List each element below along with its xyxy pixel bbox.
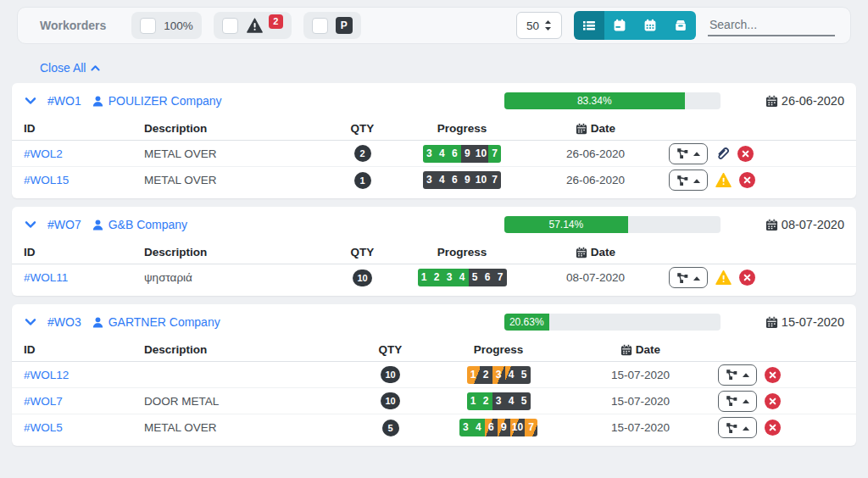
- progress-step[interactable]: 3: [459, 419, 472, 436]
- progress-step[interactable]: 6: [448, 145, 461, 163]
- progress-step[interactable]: 10: [474, 145, 488, 163]
- workorder-date: 08-07-2020: [753, 218, 844, 231]
- company-name: POULIZER Company: [108, 94, 222, 108]
- filter-parked-checkbox[interactable]: [312, 18, 328, 34]
- progress-step[interactable]: 3: [443, 269, 456, 286]
- progress-step[interactable]: 9: [461, 145, 474, 163]
- progress-step[interactable]: 6: [448, 171, 461, 189]
- progress-step[interactable]: 4: [436, 171, 448, 189]
- chevron-down-icon[interactable]: [24, 94, 37, 108]
- workorder-link[interactable]: #WO1: [47, 94, 81, 108]
- workorder-card: #WO7 G&B Company 57.14% 08-07-2020 ID De…: [12, 207, 856, 296]
- filter-parked-group: P: [303, 12, 361, 39]
- workflow-dropdown-button[interactable]: [669, 143, 708, 164]
- progress-label: 20.63%: [509, 316, 544, 328]
- chevron-up-icon: [90, 63, 101, 74]
- progress-step[interactable]: 3: [423, 145, 436, 163]
- progress-step[interactable]: 3: [423, 171, 436, 189]
- view-calendar-day-button[interactable]: [604, 11, 635, 40]
- progress-step[interactable]: 10: [510, 419, 525, 436]
- row-date: 26-06-2020: [526, 174, 665, 186]
- progress-step[interactable]: 7: [494, 269, 507, 286]
- progress-step[interactable]: 4: [505, 392, 518, 410]
- col-id: ID: [24, 246, 144, 258]
- filter-100-checkbox[interactable]: [140, 18, 156, 34]
- workorder-link[interactable]: #WO3: [47, 315, 81, 329]
- person-icon: [92, 219, 104, 231]
- view-list-button[interactable]: [574, 11, 604, 40]
- workorder-card-header: #WO3 GARTNER Company 20.63% 15-07-2020: [12, 304, 856, 338]
- progress-step[interactable]: 3: [492, 392, 505, 410]
- view-calendar-button[interactable]: [635, 11, 665, 40]
- line-link[interactable]: #WOL2: [24, 147, 144, 160]
- chevron-down-icon[interactable]: [24, 218, 37, 231]
- progress-step[interactable]: 4: [505, 366, 518, 384]
- row-date: 15-07-2020: [566, 369, 715, 381]
- workflow-dropdown-button[interactable]: [669, 170, 708, 191]
- progress-step[interactable]: 3: [492, 366, 505, 384]
- search-input[interactable]: [708, 14, 835, 36]
- workflow-dropdown-button[interactable]: [718, 417, 757, 438]
- progress-step[interactable]: 2: [480, 392, 492, 410]
- row-description: METAL OVER: [144, 421, 350, 434]
- line-link[interactable]: #WOL12: [24, 369, 144, 381]
- progress-step[interactable]: 4: [436, 145, 448, 163]
- toolbar-right: 50: [516, 11, 835, 40]
- filter-100-group: 100%: [131, 12, 202, 39]
- progress-step[interactable]: 6: [485, 419, 498, 436]
- progress-step[interactable]: 4: [456, 269, 469, 286]
- progress-step[interactable]: 5: [518, 366, 531, 384]
- delete-icon[interactable]: [765, 420, 781, 436]
- progress-steps: 12345: [467, 392, 531, 410]
- progress-step[interactable]: 2: [480, 366, 492, 384]
- progress-step[interactable]: 7: [488, 171, 501, 189]
- delete-icon[interactable]: [765, 393, 781, 409]
- qty-badge: 10: [353, 270, 371, 286]
- workflow-dropdown-button[interactable]: [669, 267, 708, 288]
- progress-step[interactable]: 6: [481, 269, 494, 286]
- progress-step[interactable]: 1: [467, 366, 480, 384]
- company-name: GARTNER Company: [108, 315, 220, 329]
- progress-step[interactable]: 1: [467, 392, 480, 410]
- line-link[interactable]: #WOL7: [24, 395, 144, 408]
- workflow-dropdown-button[interactable]: [718, 391, 757, 412]
- company-link[interactable]: G&B Company: [92, 218, 187, 231]
- delete-icon[interactable]: [739, 270, 755, 286]
- line-link[interactable]: #WOL15: [24, 174, 144, 186]
- line-link[interactable]: #WOL11: [24, 271, 144, 284]
- col-description: Description: [144, 122, 326, 135]
- progress-step[interactable]: 9: [498, 419, 510, 436]
- row-date: 15-07-2020: [566, 421, 715, 434]
- progress-step[interactable]: 9: [461, 171, 474, 189]
- delete-icon[interactable]: [737, 146, 754, 162]
- col-id: ID: [24, 343, 144, 356]
- progress-step[interactable]: 7: [525, 419, 537, 436]
- calendar-icon: [765, 95, 778, 108]
- progress-step[interactable]: 5: [518, 392, 531, 410]
- row-actions: [715, 417, 856, 438]
- caret-up-icon: [693, 177, 701, 184]
- delete-icon[interactable]: [739, 172, 755, 188]
- progress-step[interactable]: 2: [431, 269, 443, 286]
- progress-step[interactable]: 10: [474, 171, 488, 189]
- progress-step[interactable]: 7: [488, 145, 501, 163]
- page-size-select[interactable]: 50: [516, 12, 562, 39]
- calendar-icon: [576, 247, 587, 258]
- row-actions: [665, 170, 856, 191]
- progress-step[interactable]: 5: [469, 269, 481, 286]
- line-link[interactable]: #WOL5: [24, 421, 144, 434]
- view-archive-button[interactable]: [665, 11, 696, 40]
- progress-step[interactable]: 4: [472, 419, 485, 436]
- progress-step[interactable]: 1: [418, 269, 431, 286]
- delete-icon[interactable]: [765, 367, 781, 383]
- chevron-down-icon[interactable]: [24, 315, 37, 329]
- col-qty: QTY: [350, 343, 431, 356]
- workflow-dropdown-button[interactable]: [718, 364, 757, 386]
- filter-alerts-checkbox[interactable]: [222, 18, 238, 34]
- company-link[interactable]: POULIZER Company: [92, 94, 222, 108]
- attachment-icon[interactable]: [715, 147, 730, 161]
- close-all-link[interactable]: Close All: [40, 61, 101, 75]
- company-link[interactable]: GARTNER Company: [92, 315, 220, 329]
- workorder-link[interactable]: #WO7: [47, 218, 81, 231]
- row-date: 08-07-2020: [526, 271, 665, 284]
